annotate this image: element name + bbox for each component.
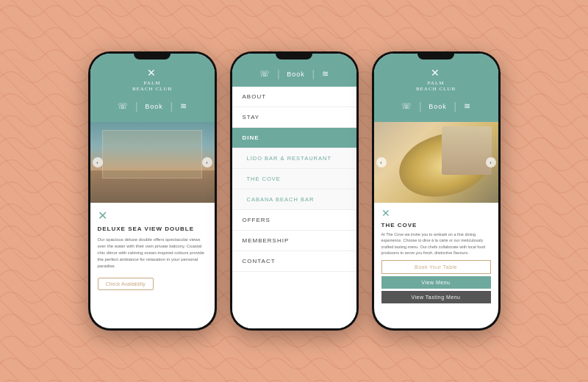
view-tasting-menu-btn[interactable]: View Tasting Menu [381, 291, 491, 303]
phone3-phone-icon[interactable]: ☏ [394, 99, 419, 113]
menu-item-offers[interactable]: OFFERS [232, 210, 356, 231]
palm-logo-subtext: BEACH CLUB [132, 86, 172, 92]
phone1-menu-icon[interactable]: ≋ [173, 99, 194, 113]
phone-3-screen: ✕ PALM BEACH CLUB ☏ | Book | ≋ ‹ › [374, 54, 498, 328]
carousel-prev-btn[interactable]: ‹ [93, 157, 103, 167]
palm-logo-3: ✕ PALM BEACH CLUB [416, 67, 456, 92]
phone-2-frame: ☏ | Book | ≋ ABOUT STAY DINE LIDO BAR & … [230, 51, 359, 331]
palm-logo-text: PALM [144, 80, 161, 86]
phone-2-screen: ☏ | Book | ≋ ABOUT STAY DINE LIDO BAR & … [232, 54, 356, 328]
phone3-navbar: ☏ | Book | ≋ [380, 96, 492, 116]
menu-item-stay[interactable]: STAY [232, 107, 356, 128]
phone1-carousel: ‹ › [90, 122, 215, 203]
phone-1-screen: ✕ PALM BEACH CLUB ☏ | Book | ≋ ‹ › [90, 54, 215, 328]
palm-logo-1: ✕ PALM BEACH CLUB [132, 67, 172, 92]
food-image [374, 122, 498, 203]
phone3-carousel-prev[interactable]: ‹ [376, 157, 387, 167]
phone1-cross-icon: ✕ [98, 209, 207, 223]
menu-item-membership[interactable]: MEMBERSHIP [232, 231, 356, 251]
phone-1: ✕ PALM BEACH CLUB ☏ | Book | ≋ ‹ › [88, 51, 217, 331]
phone3-header: ✕ PALM BEACH CLUB ☏ | Book | ≋ [374, 54, 498, 122]
book-table-btn[interactable]: Book Your Table [381, 260, 491, 274]
phone3-carousel-next[interactable]: › [486, 157, 496, 167]
phone-3: ✕ PALM BEACH CLUB ☏ | Book | ≋ ‹ › [372, 51, 501, 331]
phone2-menu: ABOUT STAY DINE LIDO BAR & RESTAURANT TH… [232, 87, 356, 328]
phone3-carousel: ‹ › [374, 122, 498, 203]
palm-logo-text-3: PALM [428, 80, 445, 86]
menu-item-dine[interactable]: DINE [232, 128, 356, 148]
room-image [90, 122, 215, 203]
phone1-navbar: ☏ | Book | ≋ [96, 96, 209, 116]
phone-2: ☏ | Book | ≋ ABOUT STAY DINE LIDO BAR & … [230, 51, 359, 331]
menu-item-about[interactable]: ABOUT [232, 87, 356, 107]
carousel-next-btn[interactable]: › [202, 157, 212, 167]
menu-item-cove[interactable]: THE COVE [232, 169, 356, 190]
view-menu-btn[interactable]: View Menu [381, 276, 491, 289]
cove-description: At The Cove we invite you to embark on a… [381, 231, 491, 256]
phone2-menu-icon[interactable]: ≋ [315, 67, 336, 81]
phone3-menu-icon[interactable]: ≋ [456, 99, 478, 113]
phone3-book-btn[interactable]: Book [421, 101, 454, 112]
menu-item-contact[interactable]: CONTACT [232, 251, 356, 272]
phone3-cross-icon: ✕ [381, 207, 491, 220]
phone1-content: ✕ DELUXE SEA VIEW DOUBLE Our spacious de… [90, 203, 215, 328]
palm-cross-icon: ✕ [147, 67, 157, 79]
check-availability-btn[interactable]: Check Availability [98, 278, 154, 290]
phone1-header: ✕ PALM BEACH CLUB ☏ | Book | ≋ [90, 54, 215, 122]
phone-3-frame: ✕ PALM BEACH CLUB ☏ | Book | ≋ ‹ › [372, 51, 501, 331]
menu-item-cabana[interactable]: CABANA BEACH BAR [232, 190, 356, 210]
phone2-header: ☏ | Book | ≋ [232, 54, 356, 87]
phone2-book-btn[interactable]: Book [279, 68, 312, 80]
phone3-content: ✕ THE COVE At The Cove we invite you to … [374, 203, 498, 328]
cove-title: THE COVE [381, 222, 491, 228]
room-description: Our spacious deluxe double offers specta… [98, 237, 207, 270]
phone-1-frame: ✕ PALM BEACH CLUB ☏ | Book | ≋ ‹ › [88, 51, 217, 331]
phone1-phone-icon[interactable]: ☏ [110, 99, 135, 113]
menu-item-lido[interactable]: LIDO BAR & RESTAURANT [232, 148, 356, 169]
room-title: DELUXE SEA VIEW DOUBLE [98, 226, 207, 232]
palm-cross-icon-3: ✕ [431, 67, 441, 79]
phone1-book-btn[interactable]: Book [137, 101, 171, 112]
phone2-phone-icon[interactable]: ☏ [252, 67, 277, 81]
palm-logo-subtext-3: BEACH CLUB [416, 86, 456, 92]
